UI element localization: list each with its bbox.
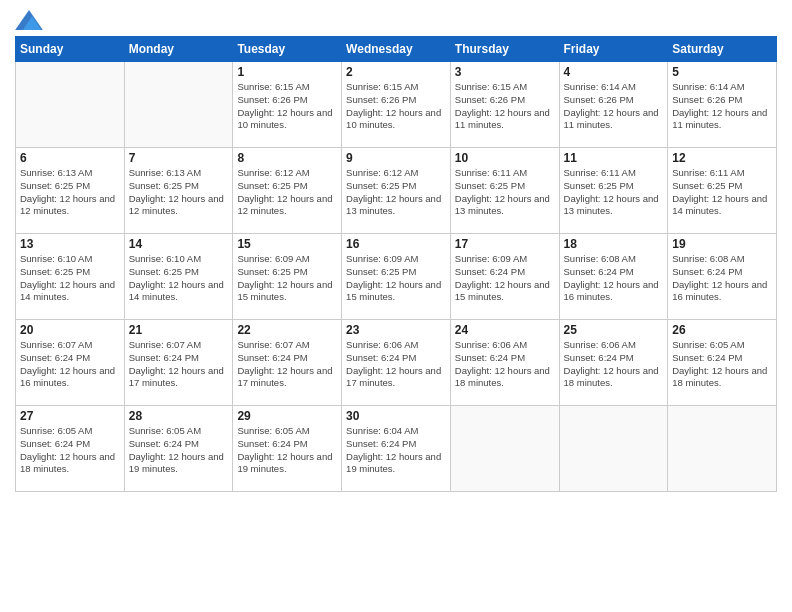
header-row: SundayMondayTuesdayWednesdayThursdayFrid…: [16, 37, 777, 62]
day-cell: 18Sunrise: 6:08 AM Sunset: 6:24 PM Dayli…: [559, 234, 668, 320]
day-cell: 12Sunrise: 6:11 AM Sunset: 6:25 PM Dayli…: [668, 148, 777, 234]
day-info: Sunrise: 6:06 AM Sunset: 6:24 PM Dayligh…: [346, 339, 446, 390]
day-cell: 2Sunrise: 6:15 AM Sunset: 6:26 PM Daylig…: [342, 62, 451, 148]
col-header-monday: Monday: [124, 37, 233, 62]
day-info: Sunrise: 6:08 AM Sunset: 6:24 PM Dayligh…: [672, 253, 772, 304]
day-info: Sunrise: 6:13 AM Sunset: 6:25 PM Dayligh…: [20, 167, 120, 218]
day-cell: 9Sunrise: 6:12 AM Sunset: 6:25 PM Daylig…: [342, 148, 451, 234]
col-header-sunday: Sunday: [16, 37, 125, 62]
day-info: Sunrise: 6:05 AM Sunset: 6:24 PM Dayligh…: [672, 339, 772, 390]
day-cell: [559, 406, 668, 492]
day-cell: 1Sunrise: 6:15 AM Sunset: 6:26 PM Daylig…: [233, 62, 342, 148]
day-cell: 11Sunrise: 6:11 AM Sunset: 6:25 PM Dayli…: [559, 148, 668, 234]
day-cell: 16Sunrise: 6:09 AM Sunset: 6:25 PM Dayli…: [342, 234, 451, 320]
day-info: Sunrise: 6:11 AM Sunset: 6:25 PM Dayligh…: [672, 167, 772, 218]
day-info: Sunrise: 6:15 AM Sunset: 6:26 PM Dayligh…: [455, 81, 555, 132]
week-row-0: 1Sunrise: 6:15 AM Sunset: 6:26 PM Daylig…: [16, 62, 777, 148]
day-number: 29: [237, 409, 337, 423]
day-info: Sunrise: 6:12 AM Sunset: 6:25 PM Dayligh…: [237, 167, 337, 218]
col-header-saturday: Saturday: [668, 37, 777, 62]
day-number: 22: [237, 323, 337, 337]
day-number: 1: [237, 65, 337, 79]
day-cell: 24Sunrise: 6:06 AM Sunset: 6:24 PM Dayli…: [450, 320, 559, 406]
week-row-4: 27Sunrise: 6:05 AM Sunset: 6:24 PM Dayli…: [16, 406, 777, 492]
day-info: Sunrise: 6:12 AM Sunset: 6:25 PM Dayligh…: [346, 167, 446, 218]
week-row-2: 13Sunrise: 6:10 AM Sunset: 6:25 PM Dayli…: [16, 234, 777, 320]
day-number: 23: [346, 323, 446, 337]
day-info: Sunrise: 6:05 AM Sunset: 6:24 PM Dayligh…: [20, 425, 120, 476]
day-number: 24: [455, 323, 555, 337]
day-cell: 26Sunrise: 6:05 AM Sunset: 6:24 PM Dayli…: [668, 320, 777, 406]
day-cell: 6Sunrise: 6:13 AM Sunset: 6:25 PM Daylig…: [16, 148, 125, 234]
day-number: 11: [564, 151, 664, 165]
day-number: 9: [346, 151, 446, 165]
day-info: Sunrise: 6:08 AM Sunset: 6:24 PM Dayligh…: [564, 253, 664, 304]
day-info: Sunrise: 6:09 AM Sunset: 6:25 PM Dayligh…: [346, 253, 446, 304]
day-number: 13: [20, 237, 120, 251]
day-number: 12: [672, 151, 772, 165]
day-cell: [450, 406, 559, 492]
week-row-1: 6Sunrise: 6:13 AM Sunset: 6:25 PM Daylig…: [16, 148, 777, 234]
day-info: Sunrise: 6:04 AM Sunset: 6:24 PM Dayligh…: [346, 425, 446, 476]
day-info: Sunrise: 6:07 AM Sunset: 6:24 PM Dayligh…: [237, 339, 337, 390]
day-info: Sunrise: 6:07 AM Sunset: 6:24 PM Dayligh…: [20, 339, 120, 390]
day-number: 10: [455, 151, 555, 165]
page: SundayMondayTuesdayWednesdayThursdayFrid…: [0, 0, 792, 612]
day-cell: 17Sunrise: 6:09 AM Sunset: 6:24 PM Dayli…: [450, 234, 559, 320]
day-info: Sunrise: 6:05 AM Sunset: 6:24 PM Dayligh…: [237, 425, 337, 476]
day-info: Sunrise: 6:06 AM Sunset: 6:24 PM Dayligh…: [564, 339, 664, 390]
week-row-3: 20Sunrise: 6:07 AM Sunset: 6:24 PM Dayli…: [16, 320, 777, 406]
day-number: 25: [564, 323, 664, 337]
day-number: 17: [455, 237, 555, 251]
logo: [15, 10, 47, 30]
day-number: 2: [346, 65, 446, 79]
day-cell: 20Sunrise: 6:07 AM Sunset: 6:24 PM Dayli…: [16, 320, 125, 406]
day-info: Sunrise: 6:09 AM Sunset: 6:25 PM Dayligh…: [237, 253, 337, 304]
day-cell: 22Sunrise: 6:07 AM Sunset: 6:24 PM Dayli…: [233, 320, 342, 406]
day-number: 7: [129, 151, 229, 165]
calendar-table: SundayMondayTuesdayWednesdayThursdayFrid…: [15, 36, 777, 492]
day-cell: 23Sunrise: 6:06 AM Sunset: 6:24 PM Dayli…: [342, 320, 451, 406]
day-number: 3: [455, 65, 555, 79]
day-cell: 25Sunrise: 6:06 AM Sunset: 6:24 PM Dayli…: [559, 320, 668, 406]
day-cell: 3Sunrise: 6:15 AM Sunset: 6:26 PM Daylig…: [450, 62, 559, 148]
day-cell: [16, 62, 125, 148]
day-info: Sunrise: 6:10 AM Sunset: 6:25 PM Dayligh…: [129, 253, 229, 304]
day-info: Sunrise: 6:11 AM Sunset: 6:25 PM Dayligh…: [455, 167, 555, 218]
day-number: 15: [237, 237, 337, 251]
day-cell: 27Sunrise: 6:05 AM Sunset: 6:24 PM Dayli…: [16, 406, 125, 492]
day-cell: 28Sunrise: 6:05 AM Sunset: 6:24 PM Dayli…: [124, 406, 233, 492]
day-cell: 19Sunrise: 6:08 AM Sunset: 6:24 PM Dayli…: [668, 234, 777, 320]
day-number: 4: [564, 65, 664, 79]
day-cell: 10Sunrise: 6:11 AM Sunset: 6:25 PM Dayli…: [450, 148, 559, 234]
day-number: 14: [129, 237, 229, 251]
day-info: Sunrise: 6:11 AM Sunset: 6:25 PM Dayligh…: [564, 167, 664, 218]
day-info: Sunrise: 6:07 AM Sunset: 6:24 PM Dayligh…: [129, 339, 229, 390]
day-cell: 4Sunrise: 6:14 AM Sunset: 6:26 PM Daylig…: [559, 62, 668, 148]
day-cell: 7Sunrise: 6:13 AM Sunset: 6:25 PM Daylig…: [124, 148, 233, 234]
day-cell: 13Sunrise: 6:10 AM Sunset: 6:25 PM Dayli…: [16, 234, 125, 320]
day-info: Sunrise: 6:10 AM Sunset: 6:25 PM Dayligh…: [20, 253, 120, 304]
day-number: 28: [129, 409, 229, 423]
day-number: 27: [20, 409, 120, 423]
day-number: 30: [346, 409, 446, 423]
day-cell: [668, 406, 777, 492]
day-number: 5: [672, 65, 772, 79]
col-header-friday: Friday: [559, 37, 668, 62]
day-cell: 30Sunrise: 6:04 AM Sunset: 6:24 PM Dayli…: [342, 406, 451, 492]
day-cell: 8Sunrise: 6:12 AM Sunset: 6:25 PM Daylig…: [233, 148, 342, 234]
day-info: Sunrise: 6:15 AM Sunset: 6:26 PM Dayligh…: [237, 81, 337, 132]
day-info: Sunrise: 6:14 AM Sunset: 6:26 PM Dayligh…: [672, 81, 772, 132]
day-info: Sunrise: 6:15 AM Sunset: 6:26 PM Dayligh…: [346, 81, 446, 132]
day-info: Sunrise: 6:13 AM Sunset: 6:25 PM Dayligh…: [129, 167, 229, 218]
day-number: 6: [20, 151, 120, 165]
day-number: 16: [346, 237, 446, 251]
day-info: Sunrise: 6:05 AM Sunset: 6:24 PM Dayligh…: [129, 425, 229, 476]
day-cell: 14Sunrise: 6:10 AM Sunset: 6:25 PM Dayli…: [124, 234, 233, 320]
header: [15, 10, 777, 30]
day-cell: [124, 62, 233, 148]
day-cell: 29Sunrise: 6:05 AM Sunset: 6:24 PM Dayli…: [233, 406, 342, 492]
col-header-tuesday: Tuesday: [233, 37, 342, 62]
day-number: 19: [672, 237, 772, 251]
day-cell: 5Sunrise: 6:14 AM Sunset: 6:26 PM Daylig…: [668, 62, 777, 148]
